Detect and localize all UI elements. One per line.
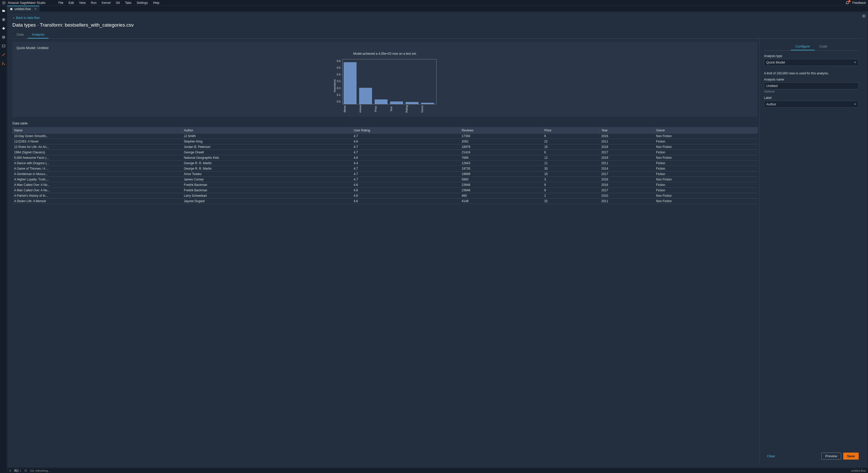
bar-name [344,62,356,104]
x-tick: Genre [421,105,434,113]
column-header[interactable]: Reviews [460,128,543,133]
table-cell: George R. R. Martin [182,166,352,171]
status-settings-icon[interactable] [24,469,27,472]
feedback-link[interactable]: Feedback [852,1,866,5]
table-row[interactable]: A Man Called Ove: A No...Fredrik Backman… [13,182,757,188]
column-header[interactable]: Name [13,128,183,133]
table-cell: National Geographic Kids [182,155,352,161]
table-cell: 2 [543,193,600,198]
menu-kernel[interactable]: Kernel [99,1,113,5]
table-row[interactable]: A Game of Thrones / A ...George R. R. Ma… [13,166,757,171]
status-bar: 0 >_ 1 Git: refreshing… untitled.flow [7,468,868,473]
table-cell: 4.6 [352,198,460,204]
table-row[interactable]: 12 Rules for Life: An An...Jordan B. Pet… [13,144,757,150]
table-row[interactable]: 5,000 Awesome Facts (...National Geograp… [13,155,757,161]
table-cell: Jordan B. Peterson [182,144,352,150]
x-tick: eviews [359,105,372,113]
git-icon[interactable] [2,26,6,30]
tab-configure[interactable]: Configure [791,43,814,50]
menu-view[interactable]: View [76,1,88,5]
preview-button[interactable]: Preview [821,452,841,460]
column-header[interactable]: Author [182,128,352,133]
column-header[interactable]: Price [543,128,600,133]
menu-edit[interactable]: Edit [66,1,76,5]
menu-git[interactable]: Git [113,1,122,5]
table-cell: 2017 [600,188,654,193]
running-icon[interactable] [2,18,6,22]
table-cell: A Man Called Ove: A No... [13,182,183,188]
table-cell: 11 [543,161,600,166]
table-cell: 2011 [600,161,654,166]
table-cell: 5983 [460,177,543,182]
column-header[interactable]: User Rating [352,128,460,133]
analysis-name-input[interactable] [764,82,859,89]
svg-point-15 [25,469,27,471]
table-cell: 4.7 [352,177,460,182]
table-cell: Fredrik Backman [182,188,352,193]
table-row[interactable]: A Man Called Ove: A No...Fredrik Backman… [13,188,757,193]
table-row[interactable]: 10-Day Green Smoothi...JJ Smith4.7173508… [13,133,757,139]
table-cell: 2018 [600,144,654,150]
tab-data[interactable]: Data [12,31,28,38]
components-icon[interactable] [2,53,6,57]
tabs-icon[interactable] [2,44,6,48]
table-cell: Fiction [654,139,757,144]
menu-file[interactable]: File [56,1,66,5]
back-link[interactable]: Back to data flow [12,16,863,20]
quick-model-card: Quick Model: Untitled Model achieved a 4… [12,42,757,117]
table-cell: 7665 [460,155,543,161]
menu-settings[interactable]: Settings [134,1,150,5]
document-tab[interactable]: untitled.flow ✕ [7,6,39,11]
bar-year [390,101,403,104]
commands-icon[interactable] [2,35,6,39]
table-row[interactable]: A Stolen Life: A MemoirJaycee Dugard4.64… [13,198,757,204]
label-select[interactable]: Author ▼ [764,101,859,108]
table-row[interactable]: 1984 (Signet Classics)George Orwell4.721… [13,150,757,155]
table-cell: 8 [543,182,600,188]
table-cell: Fredrik Backman [182,182,352,188]
aws-logo-icon [2,1,6,5]
column-header[interactable]: Year [600,128,654,133]
terminal-icon[interactable]: >_ [14,469,18,472]
notifications-icon[interactable]: 4 [845,1,849,5]
app-title: Amazon SageMaker Studio [8,1,45,5]
table-row[interactable]: A Patriot's History of th...Larry Schwei… [13,193,757,198]
svg-point-12 [2,64,3,65]
clear-button[interactable]: Clear [764,452,778,460]
table-cell: Fiction [654,188,757,193]
table-cell: 460 [460,193,543,198]
table-cell: 4149 [460,198,543,204]
menu-tabs[interactable]: Tabs [122,1,134,5]
column-header[interactable]: Genre [654,128,757,133]
table-cell: 4.7 [352,144,460,150]
table-cell: A Gentleman in Mosco... [13,171,183,177]
folder-icon[interactable] [2,9,6,13]
y-tick: 0.1- [337,93,341,96]
table-row[interactable]: A Dance with Dragons (...George R. R. Ma… [13,161,757,166]
table-cell: 4.7 [352,150,460,155]
table-cell: 2016 [600,182,654,188]
close-tab-icon[interactable]: ✕ [34,7,37,10]
table-cell: 2014 [600,166,654,171]
table-cell: George R. R. Martin [182,161,352,166]
svg-point-14 [25,470,26,471]
endpoints-icon[interactable] [2,61,6,66]
table-row[interactable]: A Gentleman in Mosco...Amor Towles4.7196… [13,171,757,177]
table-cell: 4.7 [352,171,460,177]
table-cell: Non Fiction [654,198,757,204]
svg-point-4 [3,37,4,38]
tab-code[interactable]: Code [814,43,832,50]
x-tick: Price [374,105,387,113]
table-cell: 11/22/63: A Novel [13,139,183,144]
analysis-type-select[interactable]: Quick Model ▼ [764,59,859,66]
table-row[interactable]: 11/22/63: A NovelStephen King4.620522220… [13,139,757,144]
save-button[interactable]: Save [843,452,859,460]
importance-chart: Importance 0.6-0.5-0.4-0.3-0.2-0.1-0.0- … [333,59,436,113]
x-tick: Year [390,105,403,113]
menu-run[interactable]: Run [88,1,99,5]
tab-analysis[interactable]: Analysis [28,31,48,38]
table-row[interactable]: A Higher Loyalty: Truth,...James Comey4.… [13,177,757,182]
table-cell: 15 [543,144,600,150]
menu-help[interactable]: Help [151,1,162,5]
gear-icon[interactable] [862,14,866,18]
